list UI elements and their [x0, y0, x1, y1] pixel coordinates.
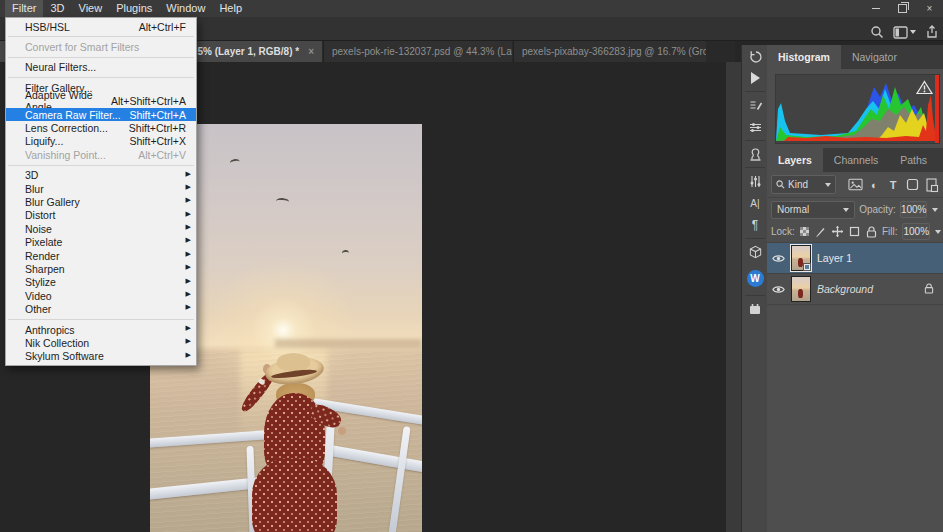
submenu-arrow-icon: ▶ — [186, 223, 191, 231]
menu-item-camera-raw-filter[interactable]: Camera Raw Filter... Shift+Ctrl+A — [6, 108, 196, 121]
search-icon[interactable] — [870, 25, 884, 39]
submenu-arrow-icon: ▶ — [186, 183, 191, 191]
menu-item-neural-filters[interactable]: Neural Filters... — [6, 61, 196, 74]
clone-source-panel-icon[interactable] — [742, 143, 768, 165]
menu-item-anthropics[interactable]: Anthropics ▶ — [6, 323, 196, 336]
brush-settings-panel-icon[interactable] — [742, 94, 768, 116]
menu-item-blur-gallery[interactable]: Blur Gallery ▶ — [6, 195, 196, 208]
menu-item-lens-correction[interactable]: Lens Correction... Shift+Ctrl+R — [6, 121, 196, 134]
share-icon[interactable] — [925, 25, 939, 39]
menu-separator — [8, 57, 194, 58]
menu-item-label: Blur — [25, 183, 44, 195]
tab-layers[interactable]: Layers — [767, 148, 823, 172]
tab-paths[interactable]: Paths — [889, 148, 938, 172]
canvas-scrollbar[interactable] — [726, 62, 741, 532]
submenu-arrow-icon: ▶ — [186, 337, 191, 345]
filter-smart-object-icon[interactable] — [923, 176, 939, 193]
menu-item-blur[interactable]: Blur ▶ — [6, 182, 196, 195]
menu-item-stylize[interactable]: Stylize ▶ — [6, 276, 196, 289]
plugin-panel-icon[interactable] — [742, 298, 768, 320]
filter-shape-layers-icon[interactable] — [904, 176, 920, 193]
menu-item-video[interactable]: Video ▶ — [6, 289, 196, 302]
lock-all-icon[interactable] — [866, 226, 877, 238]
lock-position-icon[interactable] — [832, 226, 843, 237]
history-panel-icon[interactable] — [742, 45, 768, 67]
menu-item-label: Blur Gallery — [25, 196, 80, 208]
menu-window[interactable]: Window — [159, 0, 212, 17]
filter-pixel-layers-icon[interactable] — [847, 176, 863, 193]
brushes-panel-icon[interactable] — [742, 116, 768, 138]
submenu-arrow-icon: ▶ — [186, 236, 191, 244]
tab-histogram[interactable]: Histogram — [767, 45, 841, 69]
menu-item-shortcut: Shift+Ctrl+R — [129, 122, 191, 134]
opacity-dropdown-button[interactable] — [931, 202, 939, 217]
layer-row-background[interactable]: Background — [767, 274, 943, 305]
filter-adjustment-layers-icon[interactable]: ◐ — [866, 176, 882, 193]
menu-plugins[interactable]: Plugins — [109, 0, 159, 17]
lock-transparency-icon[interactable] — [800, 227, 809, 236]
filter-type-layers-icon[interactable]: T — [885, 176, 901, 193]
layer-thumbnail[interactable] — [791, 245, 811, 271]
visibility-toggle[interactable] — [767, 254, 789, 263]
fill-value[interactable]: 100% — [902, 223, 930, 240]
histogram-refresh-warning-icon[interactable] — [916, 80, 933, 99]
character-panel-icon[interactable]: A| — [742, 192, 768, 214]
dock-separator — [745, 238, 765, 239]
menu-item-vanishing-point[interactable]: Vanishing Point... Alt+Ctrl+V — [6, 148, 196, 161]
menu-item-label: Video — [25, 290, 52, 302]
lock-artboard-icon[interactable] — [849, 226, 860, 237]
fill-dropdown-button[interactable] — [935, 224, 941, 239]
menu-item-convert-for-smart-filters[interactable]: Convert for Smart Filters — [6, 40, 196, 53]
paragraph-panel-icon[interactable]: ¶ — [742, 214, 768, 236]
close-icon: × — [927, 3, 933, 14]
menu-item-render[interactable]: Render ▶ — [6, 249, 196, 262]
opacity-value[interactable]: 100% — [900, 201, 928, 218]
menu-item-distort[interactable]: Distort ▶ — [6, 209, 196, 222]
menu-item-nik-collection[interactable]: Nik Collection ▶ — [6, 336, 196, 349]
fill-label: Fill: — [882, 226, 898, 237]
layer-filter-kind-select[interactable]: Kind — [771, 175, 836, 194]
tab-document-3[interactable]: pexels-pixabay-366283.jpg @ 16.7% (Gro..… — [513, 40, 706, 62]
properties-panel-icon[interactable] — [742, 170, 768, 192]
actions-panel-icon[interactable] — [742, 67, 768, 89]
w-plugin-icon[interactable]: W — [742, 263, 768, 293]
menu-item-label: Vanishing Point... — [25, 149, 106, 161]
menu-item-shortcut: Alt+Shift+Ctrl+A — [111, 95, 191, 107]
menu-item-pixelate[interactable]: Pixelate ▶ — [6, 235, 196, 248]
layer-row-layer-1[interactable]: Layer 1 — [767, 243, 943, 274]
layer-name[interactable]: Layer 1 — [817, 252, 852, 264]
layer-locked-icon — [924, 283, 934, 296]
menu-view[interactable]: View — [72, 0, 110, 17]
menu-item-liquify[interactable]: Liquify... Shift+Ctrl+X — [6, 135, 196, 148]
visibility-toggle[interactable] — [767, 285, 789, 294]
menu-item-label: Neural Filters... — [25, 61, 96, 73]
3d-panel-icon[interactable] — [742, 241, 768, 263]
tab-close-icon[interactable]: × — [308, 46, 314, 57]
menu-item-label: Liquify... — [25, 135, 63, 147]
layers-panel: Kind ◐ T Normal — [767, 172, 943, 532]
menu-3d[interactable]: 3D — [43, 0, 71, 17]
menu-item-adaptive-wide-angle[interactable]: Adaptive Wide Angle... Alt+Shift+Ctrl+A — [6, 95, 196, 108]
restore-button[interactable] — [889, 0, 916, 16]
menu-item-3d[interactable]: 3D ▶ — [6, 169, 196, 182]
workspace-switcher-icon[interactable] — [893, 26, 916, 39]
minimize-button[interactable] — [862, 0, 889, 16]
tab-channels[interactable]: Channels — [823, 148, 889, 172]
dock-separator — [745, 140, 765, 141]
layer-thumbnail[interactable] — [791, 276, 811, 302]
menu-item-other[interactable]: Other ▶ — [6, 302, 196, 315]
menu-item-label: Skylum Software — [25, 350, 104, 362]
tab-navigator[interactable]: Navigator — [841, 45, 908, 69]
menu-item-skylum-software[interactable]: Skylum Software ▶ — [6, 350, 196, 363]
menu-help[interactable]: Help — [212, 0, 249, 17]
tab-document-2[interactable]: pexels-pok-rie-132037.psd @ 44.3% (Lay..… — [323, 40, 512, 62]
blend-mode-select[interactable]: Normal — [771, 201, 855, 219]
photo-woman-hat — [277, 353, 311, 371]
menu-filter[interactable]: Filter — [5, 0, 43, 17]
close-button[interactable]: × — [916, 0, 943, 16]
menu-item-sharpen[interactable]: Sharpen ▶ — [6, 262, 196, 275]
layer-name[interactable]: Background — [817, 283, 873, 295]
menu-item-hsb-hsl[interactable]: HSB/HSL Alt+Ctrl+F — [6, 20, 196, 33]
lock-pixels-icon[interactable] — [815, 226, 826, 237]
menu-item-noise[interactable]: Noise ▶ — [6, 222, 196, 235]
